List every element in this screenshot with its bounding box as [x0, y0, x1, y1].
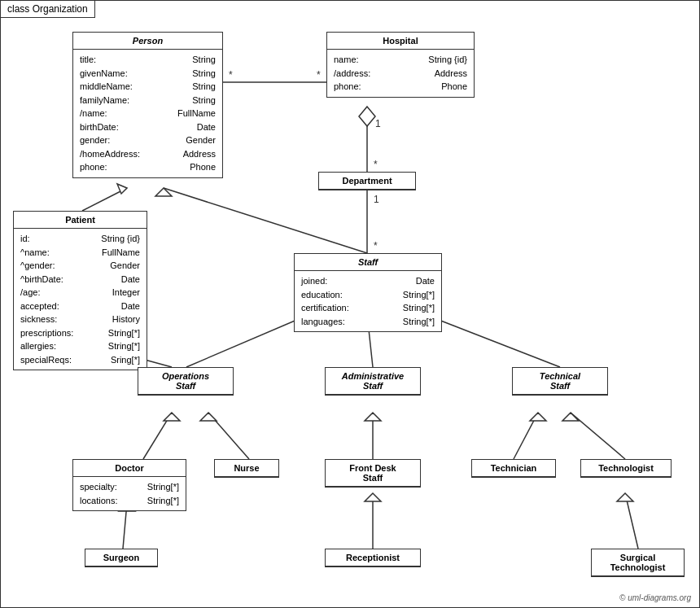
- class-person-body: title:String givenName:String middleName…: [73, 50, 222, 177]
- svg-line-12: [164, 188, 367, 253]
- class-person-header: Person: [73, 33, 222, 50]
- class-receptionist-header: Receptionist: [326, 549, 420, 566]
- svg-text:*: *: [374, 159, 378, 170]
- class-doctor-body: specialty:String[*] locations:String[*]: [73, 477, 186, 510]
- class-department: Department: [318, 172, 416, 190]
- svg-text:*: *: [374, 240, 378, 252]
- svg-marker-33: [365, 493, 381, 501]
- class-staff-body: joined:Date education:String[*] certific…: [295, 271, 441, 331]
- copyright: © uml-diagrams.org: [619, 593, 691, 602]
- svg-line-18: [424, 314, 560, 367]
- svg-line-28: [571, 413, 625, 459]
- class-surgeon: Surgeon: [85, 549, 158, 567]
- class-technician-header: Technician: [472, 460, 555, 477]
- class-technical-staff-header: TechnicalStaff: [513, 368, 607, 395]
- diagram-container: class Organization * * 1 * 1 *: [0, 0, 700, 608]
- class-administrative-staff: AdministrativeStaff: [325, 367, 421, 396]
- class-operations-staff: OperationsStaff: [138, 367, 234, 396]
- svg-line-22: [208, 413, 249, 459]
- class-person: Person title:String givenName:String mid…: [72, 32, 223, 178]
- svg-line-26: [514, 413, 538, 459]
- class-technologist-header: Technologist: [581, 460, 671, 477]
- svg-line-10: [82, 188, 127, 211]
- class-technical-staff: TechnicalStaff: [512, 367, 608, 396]
- class-patient-header: Patient: [14, 212, 147, 229]
- svg-text:1: 1: [374, 194, 379, 205]
- class-nurse-header: Nurse: [215, 460, 278, 477]
- class-hospital: Hospital name:String {id} /address:Addre…: [326, 32, 475, 98]
- class-receptionist: Receptionist: [325, 549, 421, 567]
- class-hospital-body: name:String {id} /address:Address phone:…: [327, 50, 474, 97]
- svg-text:1: 1: [375, 118, 381, 129]
- diagram-title: class Organization: [1, 1, 95, 18]
- svg-marker-23: [200, 413, 217, 421]
- svg-line-34: [625, 493, 638, 549]
- class-staff-header: Staff: [295, 254, 441, 271]
- svg-line-20: [143, 413, 172, 459]
- class-hospital-header: Hospital: [327, 33, 474, 50]
- class-department-header: Department: [319, 173, 415, 190]
- svg-marker-25: [365, 413, 381, 421]
- svg-text:*: *: [317, 69, 321, 81]
- class-staff: Staff joined:Date education:String[*] ce…: [294, 253, 442, 332]
- svg-text:*: *: [229, 69, 233, 81]
- class-doctor: Doctor specialty:String[*] locations:Str…: [72, 459, 186, 511]
- svg-marker-21: [164, 413, 180, 421]
- class-administrative-staff-header: AdministrativeStaff: [326, 368, 420, 395]
- class-operations-staff-header: OperationsStaff: [138, 368, 233, 395]
- class-front-desk-staff: Front DeskStaff: [325, 459, 421, 488]
- class-patient-body: id:String {id} ^name:FullName ^gender:Ge…: [14, 229, 147, 370]
- svg-marker-13: [155, 188, 172, 196]
- class-surgical-technologist-header: SurgicalTechnologist: [592, 549, 684, 576]
- class-nurse: Nurse: [214, 459, 279, 478]
- class-doctor-header: Doctor: [73, 460, 186, 477]
- class-technician: Technician: [471, 459, 556, 478]
- svg-marker-35: [617, 493, 633, 501]
- class-front-desk-staff-header: Front DeskStaff: [326, 460, 420, 487]
- class-patient: Patient id:String {id} ^name:FullName ^g…: [13, 211, 147, 370]
- svg-line-14: [186, 314, 310, 367]
- svg-marker-29: [562, 413, 579, 421]
- class-technologist: Technologist: [580, 459, 672, 478]
- svg-marker-27: [530, 413, 546, 421]
- svg-marker-4: [359, 107, 375, 126]
- class-surgical-technologist: SurgicalTechnologist: [591, 549, 685, 577]
- svg-marker-11: [117, 184, 127, 194]
- class-surgeon-header: Surgeon: [85, 549, 157, 566]
